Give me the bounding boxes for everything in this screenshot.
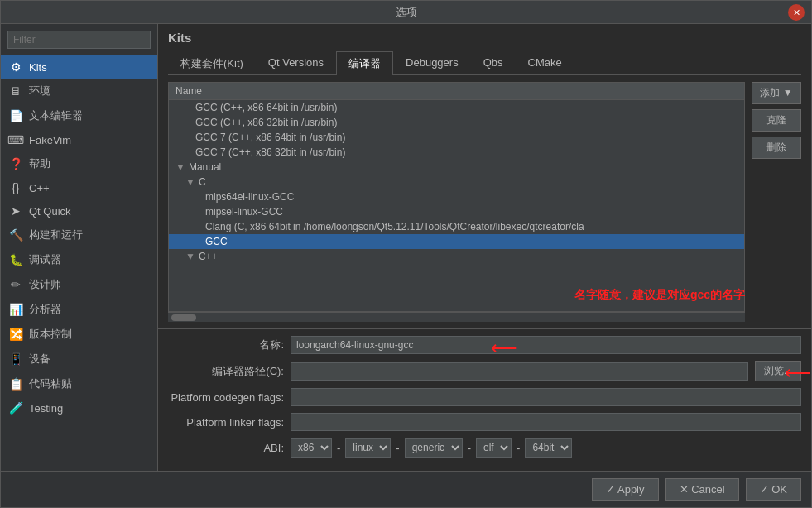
sidebar-item-label: 版本控制 xyxy=(29,327,72,342)
tree-item-c-group[interactable]: ▼C xyxy=(169,175,744,189)
sidebar-item-label: Testing xyxy=(29,402,63,415)
tree-item-gcc7-cpp-64[interactable]: GCC 7 (C++, x86 64bit in /usr/bin) xyxy=(169,130,744,145)
name-label: 名称: xyxy=(168,338,284,352)
abi-label: ABI: xyxy=(168,442,284,454)
sidebar-item-version-control[interactable]: 🔀 版本控制 xyxy=(1,322,157,347)
right-header: Kits 构建套件(Kit) Qt Versions 编译器 Debuggers… xyxy=(158,24,811,75)
sidebar-item-env[interactable]: 🖥 环境 xyxy=(1,79,157,103)
content-area: Name GCC (C++, x86 64bit in /usr/bin) GC… xyxy=(158,75,811,328)
abi-select-os[interactable]: linux xyxy=(345,438,391,458)
abi-select-bits[interactable]: 64bit xyxy=(525,438,572,458)
action-buttons: 添加 ▼ 克隆 删除 xyxy=(752,82,801,322)
devices-icon: 📱 xyxy=(9,352,22,366)
sidebar-item-label: 构建和运行 xyxy=(29,228,83,242)
sidebar-item-devices[interactable]: 📱 设备 xyxy=(1,347,157,371)
env-icon: 🖥 xyxy=(9,84,22,98)
add-button[interactable]: 添加 ▼ xyxy=(752,82,801,104)
tree-item-gcc-cpp-64[interactable]: GCC (C++, x86 64bit in /usr/bin) xyxy=(169,100,744,115)
platform-codegen-input[interactable] xyxy=(291,388,801,406)
abi-select-arch[interactable]: x86 xyxy=(291,438,332,458)
cpp-icon: {} xyxy=(9,181,22,194)
version-control-icon: 🔀 xyxy=(9,328,22,341)
sidebar-item-text-editor[interactable]: 📄 文本编辑器 xyxy=(1,103,157,128)
tree-item-manual[interactable]: ▼Manual xyxy=(169,160,744,175)
apply-button[interactable]: ✓ Apply xyxy=(592,478,658,501)
build-run-icon: 🔨 xyxy=(9,228,22,242)
tree-item-clang[interactable]: Clang (C, x86 64bit in /home/loongson/Qt… xyxy=(169,219,744,234)
compiler-path-input[interactable] xyxy=(291,362,748,381)
clone-button[interactable]: 克隆 xyxy=(752,109,801,132)
sidebar-item-label: 环境 xyxy=(29,84,50,98)
tree-item-mips64el[interactable]: mips64el-linux-GCC xyxy=(169,189,744,204)
right-panel: Kits 构建套件(Kit) Qt Versions 编译器 Debuggers… xyxy=(158,24,811,471)
sidebar-item-testing[interactable]: 🧪 Testing xyxy=(1,396,157,419)
tab-cmake[interactable]: CMake xyxy=(516,51,574,75)
main-content: ⚙ Kits 🖥 环境 📄 文本编辑器 ⌨ FakeVim ❓ 帮助 xyxy=(1,24,811,471)
tab-kit[interactable]: 构建套件(Kit) xyxy=(168,51,256,75)
tab-qbs[interactable]: Qbs xyxy=(471,51,516,75)
cancel-button[interactable]: ✕ Cancel xyxy=(665,478,739,501)
tree-item-gcc7-cpp-32[interactable]: GCC 7 (C++, x86 32bit in /usr/bin) xyxy=(169,145,744,160)
kits-icon: ⚙ xyxy=(9,60,22,74)
help-icon: ❓ xyxy=(9,157,22,170)
tree-item-gcc-cpp-32[interactable]: GCC (C++, x86 32bit in /usr/bin) xyxy=(169,115,744,130)
abi-select-flavor[interactable]: generic xyxy=(405,438,463,458)
tree-scrollbar-x[interactable] xyxy=(171,314,196,321)
tree-item-mipsel[interactable]: mipsel-linux-GCC xyxy=(169,204,744,219)
sidebar-item-fakevim[interactable]: ⌨ FakeVim xyxy=(1,128,157,151)
platform-linker-label: Platform linker flags: xyxy=(168,416,284,429)
text-editor-icon: 📄 xyxy=(9,109,22,122)
sidebar-item-qt-quick[interactable]: ➤ Qt Quick xyxy=(1,199,157,223)
abi-select-format[interactable]: elf xyxy=(476,438,512,458)
compiler-path-row: 编译器路径(C): 浏览... ⟵ xyxy=(168,361,801,381)
analyzer-icon: 📊 xyxy=(9,303,22,316)
sidebar-item-debugger[interactable]: 🐛 调试器 xyxy=(1,247,157,272)
tree-item-gcc-selected[interactable]: GCC xyxy=(169,234,744,249)
sidebar-item-kits[interactable]: ⚙ Kits xyxy=(1,55,157,79)
dialog-title: 选项 xyxy=(396,5,417,20)
panel-title: Kits xyxy=(168,31,801,45)
code-snippet-icon: 📋 xyxy=(9,377,22,391)
browse-button[interactable]: 浏览... xyxy=(755,361,801,381)
tabs-bar: 构建套件(Kit) Qt Versions 编译器 Debuggers Qbs … xyxy=(168,51,801,75)
fakevim-icon: ⌨ xyxy=(9,133,22,146)
sidebar-list: ⚙ Kits 🖥 环境 📄 文本编辑器 ⌨ FakeVim ❓ 帮助 xyxy=(1,55,157,471)
compiler-path-label: 编译器路径(C): xyxy=(168,364,284,379)
close-button[interactable]: ✕ xyxy=(788,4,805,21)
delete-button[interactable]: 删除 xyxy=(752,137,801,159)
sidebar-item-label: Qt Quick xyxy=(29,205,71,218)
dialog: 选项 ✕ ⚙ Kits 🖥 环境 📄 文本编辑器 xyxy=(0,0,812,508)
form-section: 名字随意，建议是对应gcc的名字 名称: ⟵ 编译器路径(C): 浏览... ⟵… xyxy=(158,328,811,471)
testing-icon: 🧪 xyxy=(9,401,22,415)
tab-debuggers[interactable]: Debuggers xyxy=(393,51,471,75)
tree-panel: Name GCC (C++, x86 64bit in /usr/bin) GC… xyxy=(168,82,745,322)
name-input[interactable] xyxy=(291,336,801,354)
tree-header: Name xyxy=(169,83,744,100)
ok-button[interactable]: ✓ OK xyxy=(746,478,801,501)
sidebar-item-analyzer[interactable]: 📊 分析器 xyxy=(1,297,157,322)
abi-sep-2: - xyxy=(394,442,401,454)
platform-linker-row: Platform linker flags: xyxy=(168,413,801,431)
platform-linker-input[interactable] xyxy=(291,413,801,431)
sidebar-item-designer[interactable]: ✏ 设计师 xyxy=(1,272,157,297)
bottom-bar: ✓ Apply ✕ Cancel ✓ OK xyxy=(1,471,811,507)
sidebar-item-label: 设备 xyxy=(29,352,50,367)
sidebar-item-build-run[interactable]: 🔨 构建和运行 xyxy=(1,223,157,247)
sidebar: ⚙ Kits 🖥 环境 📄 文本编辑器 ⌨ FakeVim ❓ 帮助 xyxy=(1,24,158,471)
tab-compilers[interactable]: 编译器 xyxy=(336,51,393,75)
sidebar-item-label: 设计师 xyxy=(29,277,61,292)
sidebar-item-label: 帮助 xyxy=(29,156,50,171)
qt-quick-icon: ➤ xyxy=(9,204,22,218)
abi-sep-3: - xyxy=(466,442,473,454)
tree-item-cpp-group[interactable]: ▼C++ xyxy=(169,249,744,264)
tab-qt-versions[interactable]: Qt Versions xyxy=(256,51,336,75)
title-bar: 选项 ✕ xyxy=(1,1,811,24)
sidebar-item-label: Kits xyxy=(29,61,47,74)
filter-input[interactable] xyxy=(7,31,151,49)
name-row: 名称: ⟵ xyxy=(168,336,801,354)
sidebar-item-code-snippet[interactable]: 📋 代码粘贴 xyxy=(1,371,157,396)
sidebar-item-help[interactable]: ❓ 帮助 xyxy=(1,151,157,176)
debugger-icon: 🐛 xyxy=(9,253,22,266)
tree-container[interactable]: Name GCC (C++, x86 64bit in /usr/bin) GC… xyxy=(168,82,745,312)
sidebar-item-cpp[interactable]: {} C++ xyxy=(1,176,157,199)
